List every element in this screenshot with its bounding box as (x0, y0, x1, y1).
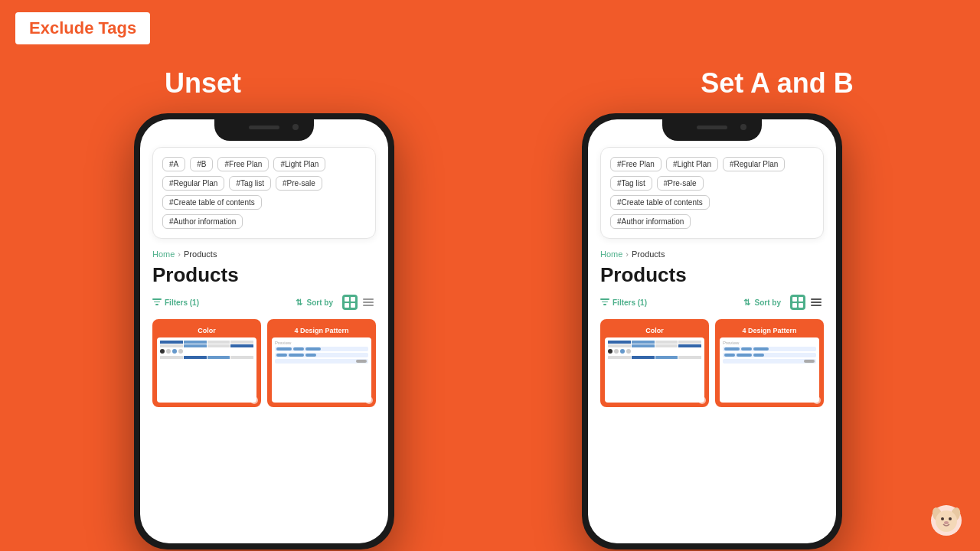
svg-point-5 (949, 517, 952, 520)
product-preview-design-left: Preview (272, 337, 371, 403)
filter-button-right[interactable]: Filters (1) (600, 298, 647, 307)
breadcrumb-sep-left: › (178, 249, 181, 259)
filter-bar-left: Filters (1) ⇅ Sort by (152, 295, 376, 310)
tags-row-2: #Regular Plan #Tag list #Pre-sale (162, 176, 366, 191)
svg-point-6 (944, 521, 949, 524)
tag-tag-list-r[interactable]: #Tag list (610, 176, 652, 191)
tag-free-plan-r[interactable]: #Free Plan (610, 157, 662, 171)
phone-notch (214, 119, 314, 141)
tag-tag-list[interactable]: #Tag list (229, 176, 271, 191)
sort-label-left: Sort by (307, 298, 333, 307)
tag-a[interactable]: #A (162, 157, 185, 171)
tag-author-info[interactable]: #Author information (162, 214, 243, 229)
tag-b[interactable]: #B (190, 157, 213, 171)
breadcrumb-current-left: Products (184, 249, 217, 259)
left-section-title: Unset (0, 67, 406, 99)
tag-regular-plan[interactable]: #Regular Plan (162, 176, 224, 191)
tags-row-r4: #Author information (610, 214, 814, 229)
breadcrumb-left: Home › Products (152, 249, 376, 259)
breadcrumb-sep-right: › (626, 249, 629, 259)
tags-row-1: #A #B #Free Plan #Light Plan (162, 157, 366, 171)
right-section-title: Set A and B (574, 67, 980, 99)
sort-label-right: Sort by (755, 298, 781, 307)
product-grid-right: Color (600, 319, 824, 407)
tag-regular-plan-r[interactable]: #Regular Plan (723, 157, 785, 171)
sort-button-right[interactable]: ⇅ Sort by (743, 298, 781, 308)
svg-point-4 (941, 517, 944, 520)
product-corner-icon-design-right (813, 396, 821, 404)
tag-pre-sale[interactable]: #Pre-sale (276, 176, 322, 191)
products-heading-right: Products (600, 263, 824, 287)
tag-pre-sale-r[interactable]: #Pre-sale (657, 176, 704, 191)
tag-create-toc-r[interactable]: #Create table of contents (610, 195, 710, 210)
tags-card-right: #Free Plan #Light Plan #Regular Plan #Ta… (600, 147, 824, 239)
view-icons-right (790, 295, 824, 310)
sort-button-left[interactable]: ⇅ Sort by (296, 298, 333, 308)
product-title-design-right: 4 Design Pattern (720, 325, 819, 337)
left-phone: #A #B #Free Plan #Light Plan #Regular Pl… (134, 113, 394, 549)
right-phone: #Free Plan #Light Plan #Regular Plan #Ta… (582, 113, 842, 549)
products-heading-left: Products (152, 263, 376, 287)
product-preview-design-right: Preview (720, 337, 819, 403)
product-grid-left: Color (152, 319, 376, 407)
notch-speaker-right (697, 126, 727, 129)
tags-row-r3: #Create table of contents (610, 195, 814, 210)
notch-camera-right (740, 124, 746, 130)
breadcrumb-home-right[interactable]: Home (600, 249, 622, 259)
grid-view-button-right[interactable] (790, 295, 805, 310)
product-title-color-right: Color (605, 325, 704, 337)
product-corner-icon-design-left (365, 396, 373, 404)
tag-light-plan[interactable]: #Light Plan (273, 157, 325, 171)
dog-mascot-icon (929, 504, 963, 537)
product-preview-color-left (157, 337, 256, 403)
tags-row-4: #Author information (162, 214, 366, 229)
product-corner-icon-color-right (698, 396, 706, 404)
breadcrumb-right: Home › Products (600, 249, 824, 259)
breadcrumb-current-right: Products (632, 249, 665, 259)
filter-label-left: Filters (1) (165, 298, 199, 307)
breadcrumb-home-left[interactable]: Home (152, 249, 175, 259)
product-title-color-left: Color (157, 325, 256, 337)
filter-icon-left (152, 298, 162, 306)
tag-light-plan-r[interactable]: #Light Plan (666, 157, 718, 171)
tags-row-r2: #Tag list #Pre-sale (610, 176, 814, 191)
product-card-design-right[interactable]: 4 Design Pattern Preview (715, 319, 824, 407)
notch-camera (292, 124, 299, 130)
product-corner-icon-color-left (250, 396, 258, 404)
phone-notch-right (662, 119, 762, 141)
product-card-color-left[interactable]: Color (152, 319, 261, 407)
notch-speaker (249, 126, 279, 129)
tags-card-left: #A #B #Free Plan #Light Plan #Regular Pl… (152, 147, 376, 239)
tag-author-info-r[interactable]: #Author information (610, 214, 691, 229)
product-card-color-right[interactable]: Color (600, 319, 709, 407)
filter-bar-right: Filters (1) ⇅ Sort by (600, 295, 824, 310)
grid-view-button-left[interactable] (342, 295, 358, 310)
product-preview-color-right (605, 337, 704, 403)
product-card-design-left[interactable]: 4 Design Pattern Preview (267, 319, 376, 407)
list-view-button-left[interactable] (361, 295, 376, 310)
tags-row-3: #Create table of contents (162, 195, 366, 210)
view-icons-left (342, 295, 376, 310)
sort-arrows-right: ⇅ (743, 298, 750, 308)
exclude-tags-label: Exclude Tags (15, 12, 150, 44)
tag-free-plan[interactable]: #Free Plan (217, 157, 269, 171)
list-view-button-right[interactable] (808, 295, 824, 310)
tags-row-r1: #Free Plan #Light Plan #Regular Plan (610, 157, 814, 171)
tag-create-toc[interactable]: #Create table of contents (162, 195, 262, 210)
filter-icon-right (600, 298, 609, 306)
filter-label-right: Filters (1) (612, 298, 647, 307)
sort-arrows-left: ⇅ (296, 298, 302, 308)
filter-button-left[interactable]: Filters (1) (152, 298, 199, 307)
product-title-design-left: 4 Design Pattern (272, 325, 371, 337)
